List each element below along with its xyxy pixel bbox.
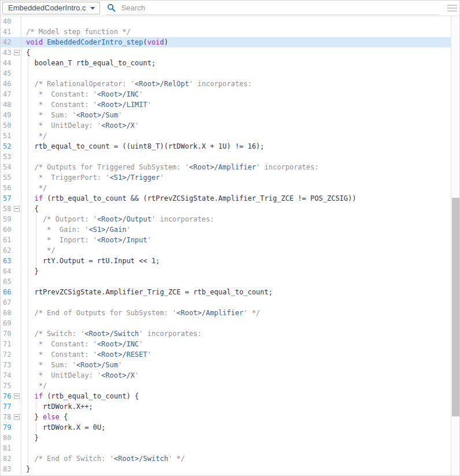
fold-collapse-icon[interactable] <box>14 206 20 212</box>
code-line[interactable]: 78 } else { <box>0 412 451 422</box>
code-line[interactable]: 57 if (rtb_equal_to_count && (rtPrevZCSi… <box>0 193 451 204</box>
line-number: 70 <box>3 329 11 339</box>
gutter: 49 <box>0 110 21 120</box>
model-element-link[interactable]: <Root>/Sum <box>76 111 118 119</box>
model-element-link[interactable]: <S1>/Trigger <box>110 174 160 182</box>
fold-collapse-icon[interactable] <box>14 393 20 399</box>
code-line[interactable]: 52 rtb_equal_to_count = ((uint8_T)(rtDWo… <box>0 141 451 152</box>
code-line[interactable]: 69 <box>0 318 451 329</box>
code-text: ' <box>148 101 152 109</box>
model-element-link[interactable]: <S1>/Gain <box>89 226 126 234</box>
vertical-scrollbar[interactable] <box>451 16 460 476</box>
code-line[interactable]: 63 rtY.Output = rtU.Input << 1; <box>0 256 451 266</box>
code-line[interactable]: 42void EmbeddedCoderIntro_step(void) <box>0 37 451 47</box>
search-field[interactable] <box>106 1 439 15</box>
fold-collapse-icon[interactable] <box>14 50 20 56</box>
model-element-link[interactable]: <Root>/Switch <box>114 455 168 463</box>
gutter: 83 <box>0 464 21 474</box>
code-line[interactable]: 48 * Constant: '<Root>/LIMIT' <box>0 99 451 110</box>
code-line[interactable]: 53 <box>0 152 451 162</box>
code-line[interactable]: 73 * Sum: '<Root>/Sum' <box>0 360 451 370</box>
code-line[interactable]: 67 <box>0 297 451 308</box>
code-line[interactable]: 61 * Inport: '<Root>/Input' <box>0 235 451 245</box>
code-line[interactable]: 76 if (rtb_equal_to_count) { <box>0 391 451 401</box>
code-line[interactable]: 62 */ <box>0 245 451 256</box>
code-line[interactable]: 79 rtDWork.X = 0U; <box>0 422 451 433</box>
line-number: 63 <box>3 256 11 266</box>
line-number: 51 <box>3 131 11 141</box>
line-number: 59 <box>3 214 11 224</box>
code-line[interactable]: 65 <box>0 276 451 287</box>
code-line[interactable]: 55 * TriggerPort: '<S1>/Trigger' <box>0 172 451 183</box>
code-line[interactable]: 40 <box>0 16 451 27</box>
line-number: 78 <box>3 412 11 422</box>
code-text: if <box>34 392 42 400</box>
line-number: 75 <box>3 381 11 391</box>
model-element-link[interactable]: <Root>/RESET <box>97 350 148 359</box>
code-line[interactable]: 56 */ <box>0 183 451 193</box>
code-text: ' incorporates: <box>139 330 201 338</box>
code-line[interactable]: 47 * Constant: '<Root>/INC' <box>0 89 451 99</box>
model-element-link[interactable]: <Root>/Amplifier <box>189 163 256 171</box>
model-element-link[interactable]: <Root>/INC <box>97 90 139 98</box>
indent-guide <box>28 381 28 391</box>
code-line[interactable]: 83} <box>0 464 451 474</box>
code-line[interactable]: 60 * Gain: '<S1>/Gain' <box>0 224 451 235</box>
code-line[interactable]: 75 */ <box>0 381 451 391</box>
code-content <box>21 443 451 453</box>
line-number: 61 <box>3 235 11 245</box>
code-line[interactable]: 82 /* End of Switch: '<Root>/Switch' */ <box>0 453 451 464</box>
code-line[interactable]: 77 rtDWork.X++; <box>0 401 451 412</box>
scrollbar-thumb[interactable] <box>452 198 459 416</box>
model-element-link[interactable]: <Root>/X <box>101 121 135 130</box>
code-line[interactable]: 72 * Constant: '<Root>/RESET' <box>0 349 451 360</box>
code-line[interactable]: 45 <box>0 68 451 79</box>
code-content: * TriggerPort: '<S1>/Trigger' <box>21 172 451 183</box>
code-line[interactable]: 54 /* Outputs for Triggered SubSystem: '… <box>0 162 451 172</box>
model-element-link[interactable]: <Root>/Output <box>97 215 152 223</box>
code-line[interactable]: 51 */ <box>0 131 451 141</box>
code-line[interactable]: 80 } <box>0 433 451 443</box>
hamburger-menu-icon[interactable] <box>447 5 457 12</box>
indent-guide <box>28 162 28 172</box>
code-line[interactable]: 49 * Sum: '<Root>/Sum' <box>0 110 451 120</box>
file-selector-label: EmbeddedCoderIntro.c <box>8 3 86 12</box>
line-number: 80 <box>3 433 11 443</box>
search-input[interactable] <box>120 3 398 13</box>
file-selector-dropdown[interactable]: EmbeddedCoderIntro.c <box>2 2 100 14</box>
model-element-link[interactable]: <Root>/RelOpt <box>135 80 189 88</box>
model-element-link[interactable]: <Root>/X <box>101 371 135 379</box>
fold-collapse-icon[interactable] <box>14 414 20 420</box>
code-text: * Sum: ' <box>26 111 76 119</box>
gutter: 52 <box>0 141 21 152</box>
model-element-link[interactable]: <Root>/Switch <box>84 330 139 338</box>
code-line[interactable]: 68 /* End of Outputs for SubSystem: '<Ro… <box>0 308 451 318</box>
code-line[interactable]: 43{ <box>0 47 451 58</box>
code-line[interactable]: 50 * UnitDelay: '<Root>/X' <box>0 120 451 131</box>
model-element-link[interactable]: <Root>/LIMIT <box>97 101 148 109</box>
model-element-link[interactable]: <Root>/Sum <box>76 361 118 369</box>
code-line[interactable]: 66 rtPrevZCSigState.Amplifier_Trig_ZCE =… <box>0 287 451 297</box>
line-number: 56 <box>3 183 11 193</box>
line-number: 49 <box>3 110 11 120</box>
line-number: 72 <box>3 349 11 360</box>
code-line[interactable]: 81 <box>0 443 451 453</box>
code-text: ' <box>118 111 122 119</box>
model-element-link[interactable]: <Root>/Input <box>97 236 148 244</box>
code-line[interactable]: 41/* Model step function */ <box>0 27 451 37</box>
code-line[interactable]: 46 /* RelationalOperator: '<Root>/RelOpt… <box>0 79 451 89</box>
toolbar: EmbeddedCoderIntro.c <box>0 0 460 16</box>
model-element-link[interactable]: <Root>/INC <box>97 340 139 348</box>
gutter: 81 <box>0 443 21 453</box>
indent-guide <box>28 287 28 297</box>
code-line[interactable]: 64 } <box>0 266 451 276</box>
model-element-link[interactable]: <Root>/Amplifier <box>176 309 244 317</box>
code-line[interactable]: 71 * Constant: '<Root>/INC' <box>0 339 451 349</box>
code-view: 4041/* Model step function */42void Embe… <box>0 16 451 476</box>
code-line[interactable]: 74 * UnitDelay: '<Root>/X' <box>0 370 451 381</box>
code-line[interactable]: 59 /* Outport: '<Root>/Output' incorpora… <box>0 214 451 224</box>
code-line[interactable]: 44 boolean_T rtb_equal_to_count; <box>0 58 451 68</box>
code-line[interactable]: 58 { <box>0 204 451 214</box>
code-text: rtb_equal_to_count = ((uint8_T)(rtDWork.… <box>26 142 264 150</box>
code-line[interactable]: 70 /* Switch: '<Root>/Switch' incorporat… <box>0 329 451 339</box>
